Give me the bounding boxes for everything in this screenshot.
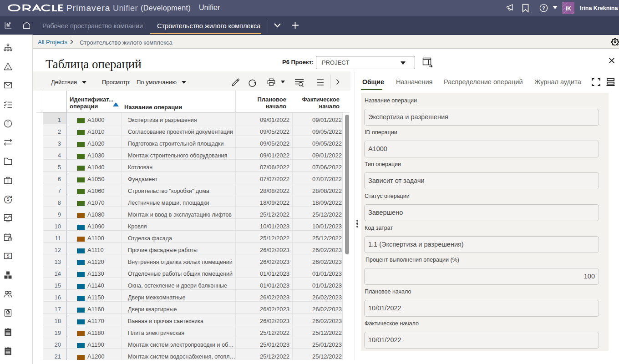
svg-text:$: $ (7, 197, 10, 202)
svg-text:?: ? (542, 5, 545, 11)
svg-text:IK: IK (566, 5, 571, 12)
svg-text:$: $ (7, 253, 10, 258)
